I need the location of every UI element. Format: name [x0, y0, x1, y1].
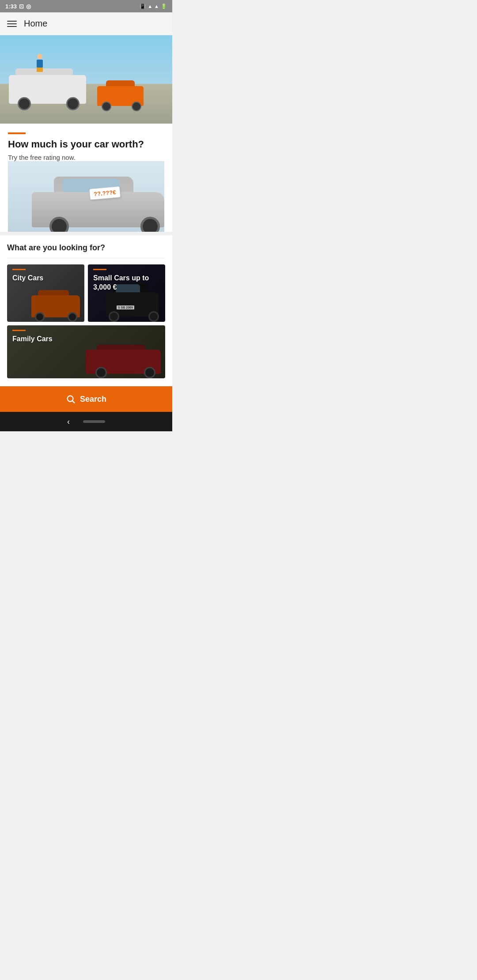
svg-line-1	[72, 401, 75, 403]
rating-car-image: ??.???€	[8, 161, 164, 232]
suv-white-car	[9, 71, 88, 110]
category-small-cars[interactable]: S SB 2069 Small Cars up to 3,000 €	[88, 264, 165, 322]
back-button[interactable]: ‹	[67, 417, 70, 426]
orange-small-car	[97, 80, 146, 111]
person-legs	[37, 68, 43, 72]
search-label: Search	[80, 395, 106, 404]
small-cars-title: Small Cars up to 3,000 €	[93, 274, 160, 292]
bottom-nav: ‹	[0, 412, 172, 431]
orange-wheel-left	[102, 102, 111, 111]
city-cars-title: City Cars	[12, 274, 79, 283]
notification-icon1: ⊡	[19, 3, 24, 10]
categories-title: What are you looking for?	[7, 243, 165, 258]
suv-wheel-left	[18, 97, 31, 110]
home-indicator[interactable]	[83, 420, 105, 423]
small-cars-accent	[93, 269, 106, 270]
orange-wheel-right	[132, 102, 141, 111]
battery-icon: 🔋	[161, 4, 167, 9]
person-figure	[35, 54, 44, 72]
small-cars-content: Small Cars up to 3,000 €	[88, 264, 165, 322]
status-left: 1:33 ⊡ ◎	[5, 3, 31, 10]
hamburger-line2	[7, 23, 17, 24]
silver-hatchback	[32, 170, 164, 232]
categories-section: What are you looking for? City Cars	[0, 235, 172, 386]
family-cars-content: Family Cars	[7, 325, 165, 378]
family-cars-title: Family Cars	[12, 335, 160, 344]
category-family-cars[interactable]: Family Cars	[7, 325, 165, 378]
signal-icon: ▲	[154, 4, 159, 9]
rating-card[interactable]: How much is your car worth? Try the free…	[0, 124, 172, 232]
time-display: 1:33	[5, 3, 17, 10]
notification-icon2: ◎	[26, 3, 31, 10]
silver-wheel-right	[140, 217, 160, 232]
hamburger-line1	[7, 21, 17, 22]
category-grid: City Cars S SB 2069 Small Cars up to 3,0…	[7, 264, 165, 378]
status-right: 📳 ▲ ▲ 🔋	[140, 4, 167, 9]
search-icon	[66, 394, 76, 404]
family-cars-accent	[12, 330, 26, 331]
search-button-container: Search	[0, 386, 172, 412]
rating-title: How much is your car worth?	[8, 139, 164, 150]
person-head	[37, 54, 42, 59]
category-city-cars[interactable]: City Cars	[7, 264, 84, 322]
hero-banner	[0, 35, 172, 124]
person-body	[37, 60, 43, 68]
suv-wheel-right	[66, 97, 80, 110]
vibrate-icon: 📳	[140, 4, 146, 9]
hamburger-line3	[7, 26, 17, 27]
header: Home	[0, 12, 172, 35]
page-title: Home	[24, 19, 47, 29]
accent-line	[8, 132, 26, 134]
rating-subtitle: Try the free rating now.	[8, 154, 164, 161]
search-button[interactable]: Search	[0, 386, 172, 412]
city-cars-accent	[12, 269, 26, 270]
svg-point-0	[68, 396, 73, 402]
silver-wheel-left	[49, 217, 69, 232]
hamburger-menu-button[interactable]	[7, 21, 17, 27]
status-bar: 1:33 ⊡ ◎ 📳 ▲ ▲ 🔋	[0, 0, 172, 12]
city-cars-content: City Cars	[7, 264, 84, 322]
wifi-icon: ▲	[148, 4, 152, 9]
